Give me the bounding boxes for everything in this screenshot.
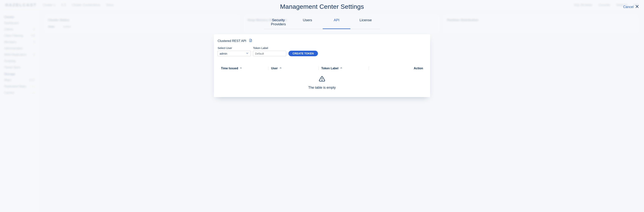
col-action-label: Action [414,67,423,70]
cancel-button[interactable]: Cancel [623,4,639,9]
api-panel: Clustered REST API Select User admin [214,34,430,97]
col-time-issued[interactable]: Time Issued [221,67,266,70]
token-label-label: Token Label [253,46,286,49]
sort-asc-icon [340,67,342,70]
cancel-label: Cancel [623,5,634,9]
settings-tabs: Security Providers Users API License [264,16,380,29]
tokens-table: Time Issued User Token Label [218,67,426,90]
section-title: Clustered REST API [218,39,246,43]
col-user-label: User [271,67,278,70]
close-icon [635,4,639,9]
col-token-label-label: Token Label [321,67,338,70]
chevron-down-icon [246,52,249,55]
sort-asc-icon [240,67,242,70]
table-header: Time Issued User Token Label [218,67,426,70]
tab-api[interactable]: API [322,16,351,29]
col-divider [318,67,319,70]
sort-asc-icon [279,67,282,70]
tab-license[interactable]: License [351,16,380,29]
settings-modal: Management Center Settings Cancel Securi… [0,0,644,212]
col-token-label[interactable]: Token Label [321,67,366,70]
col-action: Action [408,67,423,70]
col-divider [268,67,268,70]
document-icon[interactable] [249,39,252,43]
svg-point-5 [322,80,322,80]
token-label-input[interactable] [253,51,286,56]
modal-title: Management Center Settings [280,3,364,10]
select-user-value: admin [220,52,227,55]
create-token-button[interactable]: CREATE TOKEN [288,51,318,56]
col-user[interactable]: User [271,67,316,70]
col-time-issued-label: Time Issued [221,67,238,70]
select-user-dropdown[interactable]: admin [218,51,251,56]
warning-icon [319,76,325,83]
empty-message: The table is empty [308,86,336,90]
col-divider [368,67,369,70]
empty-state: The table is empty [218,76,426,90]
tab-users[interactable]: Users [293,16,322,29]
tab-security-providers[interactable]: Security Providers [264,16,293,29]
select-user-label: Select User [218,46,251,49]
